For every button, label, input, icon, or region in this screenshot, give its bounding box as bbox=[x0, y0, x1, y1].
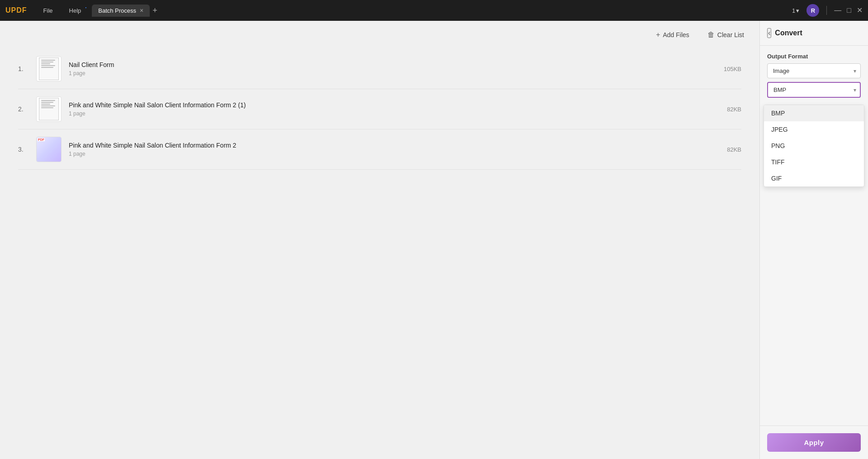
user-avatar[interactable]: R bbox=[806, 4, 819, 17]
minimize-btn[interactable]: — bbox=[834, 7, 841, 14]
panel-body: Output Format Image ▾ BMP JPEG PNG TIFF … bbox=[760, 46, 868, 426]
file-info-1: Nail Client Form 1 page bbox=[69, 61, 716, 76]
output-format-label: Output Format bbox=[767, 53, 861, 60]
app-logo: UPDF bbox=[5, 6, 27, 14]
file-number-2: 2. bbox=[18, 105, 29, 113]
file-name-2: Pink and White Simple Nail Salon Client … bbox=[69, 101, 720, 109]
window-controls: — □ ✕ bbox=[834, 7, 863, 14]
close-btn[interactable]: ✕ bbox=[857, 7, 863, 14]
nav-items: File Help bbox=[36, 5, 89, 17]
panel-back-button[interactable]: ‹ bbox=[767, 28, 771, 38]
dropdown-item-gif[interactable]: GIF bbox=[764, 170, 864, 186]
dropdown-item-png[interactable]: PNG bbox=[764, 138, 864, 154]
dropdown-item-jpeg[interactable]: JPEG bbox=[764, 121, 864, 138]
clear-list-label: Clear List bbox=[717, 31, 744, 38]
file-thumb-1 bbox=[36, 56, 62, 81]
file-item-1: 1. Nail Client Form 1 page bbox=[18, 49, 741, 89]
dropdown-item-tiff[interactable]: TIFF bbox=[764, 154, 864, 170]
file-thumb-3: PDF bbox=[36, 137, 62, 162]
back-chevron-icon: ‹ bbox=[768, 29, 770, 37]
subformat-dropdown: BMP JPEG PNG TIFF GIF bbox=[764, 105, 864, 187]
main-content: + Add Files 🗑 Clear List 1. bbox=[0, 21, 868, 459]
pdf-label: PDF bbox=[38, 138, 45, 141]
panel-title: Convert bbox=[775, 29, 802, 37]
right-panel: ‹ Convert Output Format Image ▾ BMP JPEG… bbox=[759, 21, 868, 459]
dropdown-item-bmp[interactable]: BMP bbox=[764, 105, 864, 121]
file-name-3: Pink and White Simple Nail Salon Client … bbox=[69, 142, 720, 149]
file-info-3: Pink and White Simple Nail Salon Client … bbox=[69, 142, 720, 157]
panel-header: ‹ Convert bbox=[760, 21, 868, 46]
file-list-content: 1. Nail Client Form 1 page bbox=[0, 49, 759, 459]
file-name-1: Nail Client Form bbox=[69, 61, 716, 68]
file-thumb-2 bbox=[36, 96, 62, 122]
file-size-1: 105KB bbox=[724, 66, 741, 72]
file-number-3: 3. bbox=[18, 146, 29, 153]
new-tab-btn[interactable]: + bbox=[152, 6, 157, 15]
tab-close-btn[interactable]: × bbox=[140, 7, 143, 14]
tab-label: Batch Process bbox=[98, 7, 136, 14]
tab-area: Batch Process × + bbox=[92, 5, 157, 17]
titlebar: UPDF File Help Batch Process × + 1 ▾ R —… bbox=[0, 0, 868, 21]
file-list-toolbar: + Add Files 🗑 Clear List bbox=[0, 21, 759, 49]
file-size-2: 82KB bbox=[727, 106, 741, 113]
subformat-select-wrapper: BMP JPEG PNG TIFF GIF ▾ bbox=[767, 82, 861, 98]
maximize-btn[interactable]: □ bbox=[847, 7, 851, 14]
output-format-select[interactable]: Image bbox=[767, 63, 861, 78]
subformat-select[interactable]: BMP JPEG PNG TIFF GIF bbox=[767, 82, 861, 98]
file-size-3: 82KB bbox=[727, 146, 741, 153]
window-count[interactable]: 1 ▾ bbox=[792, 7, 799, 14]
nav-file[interactable]: File bbox=[36, 5, 60, 17]
file-pages-1: 1 page bbox=[69, 70, 716, 76]
clear-list-button[interactable]: 🗑 Clear List bbox=[703, 28, 749, 42]
file-pages-3: 1 page bbox=[69, 151, 720, 157]
titlebar-divider bbox=[826, 6, 827, 15]
file-info-2: Pink and White Simple Nail Salon Client … bbox=[69, 101, 720, 117]
apply-button[interactable]: Apply bbox=[767, 433, 861, 452]
batch-process-tab[interactable]: Batch Process × bbox=[92, 5, 150, 17]
file-item-3: 3. PDF Pink and White Simple Nail Salon … bbox=[18, 129, 741, 170]
file-item-2: 2. Pink and White Simple Nail Salon Clie bbox=[18, 89, 741, 129]
logo-text: UPDF bbox=[5, 6, 27, 14]
add-files-button[interactable]: + Add Files bbox=[651, 28, 694, 42]
plus-icon: + bbox=[656, 31, 660, 39]
add-files-label: Add Files bbox=[663, 31, 689, 38]
file-number-1: 1. bbox=[18, 65, 29, 72]
file-list-area: + Add Files 🗑 Clear List 1. bbox=[0, 21, 759, 459]
output-format-select-wrapper: Image ▾ bbox=[767, 63, 861, 78]
trash-icon: 🗑 bbox=[707, 31, 715, 39]
nav-help[interactable]: Help bbox=[62, 5, 89, 17]
file-pages-2: 1 page bbox=[69, 110, 720, 117]
panel-footer: Apply bbox=[760, 426, 868, 459]
titlebar-right: 1 ▾ R — □ ✕ bbox=[792, 4, 863, 17]
